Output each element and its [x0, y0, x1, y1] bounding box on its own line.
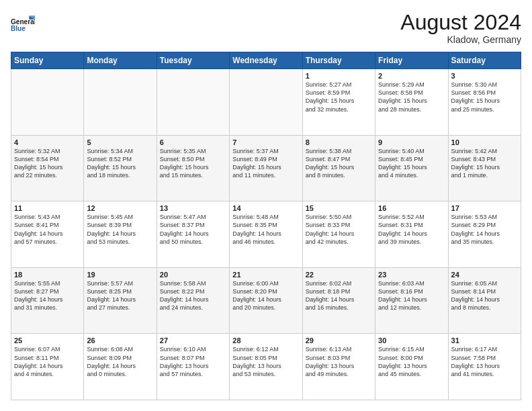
day-number: 27: [160, 336, 226, 345]
day-number: 29: [306, 336, 372, 345]
day-info: Sunrise: 6:17 AM Sunset: 7:58 PM Dayligh…: [451, 345, 518, 378]
calendar-cell-r3-c3: 21Sunrise: 6:00 AM Sunset: 8:20 PM Dayli…: [230, 267, 302, 334]
calendar-row-1: 4Sunrise: 5:32 AM Sunset: 8:54 PM Daylig…: [11, 135, 521, 201]
calendar-cell-r4-c3: 28Sunrise: 6:12 AM Sunset: 8:05 PM Dayli…: [230, 334, 302, 400]
calendar-cell-r0-c6: 3Sunrise: 5:30 AM Sunset: 8:56 PM Daylig…: [448, 69, 521, 136]
calendar-row-0: 1Sunrise: 5:27 AM Sunset: 8:59 PM Daylig…: [11, 69, 521, 136]
calendar-cell-r1-c5: 9Sunrise: 5:40 AM Sunset: 8:45 PM Daylig…: [375, 135, 448, 201]
header-wednesday: Wednesday: [230, 52, 302, 69]
calendar-row-4: 25Sunrise: 6:07 AM Sunset: 8:11 PM Dayli…: [11, 334, 521, 400]
day-number: 31: [451, 336, 518, 345]
calendar-cell-r4-c4: 29Sunrise: 6:13 AM Sunset: 8:03 PM Dayli…: [302, 334, 375, 400]
day-info: Sunrise: 5:53 AM Sunset: 8:29 PM Dayligh…: [451, 213, 518, 246]
day-number: 22: [306, 271, 372, 279]
day-number: 8: [306, 138, 372, 146]
day-info: Sunrise: 5:37 AM Sunset: 8:49 PM Dayligh…: [232, 147, 299, 180]
calendar-cell-r2-c2: 13Sunrise: 5:47 AM Sunset: 8:37 PM Dayli…: [157, 201, 229, 268]
day-number: 16: [378, 204, 445, 212]
calendar-row-3: 18Sunrise: 5:55 AM Sunset: 8:27 PM Dayli…: [11, 267, 521, 334]
header-tuesday: Tuesday: [157, 52, 229, 69]
day-info: Sunrise: 5:45 AM Sunset: 8:39 PM Dayligh…: [87, 213, 153, 246]
day-number: 1: [306, 72, 372, 80]
calendar-cell-r2-c4: 15Sunrise: 5:50 AM Sunset: 8:33 PM Dayli…: [302, 201, 375, 268]
logo: General Blue: [11, 11, 35, 35]
day-number: 18: [14, 271, 81, 279]
day-info: Sunrise: 5:43 AM Sunset: 8:41 PM Dayligh…: [14, 213, 81, 246]
calendar-cell-r3-c5: 23Sunrise: 6:03 AM Sunset: 8:16 PM Dayli…: [375, 267, 448, 334]
calendar-cell-r4-c0: 25Sunrise: 6:07 AM Sunset: 8:11 PM Dayli…: [11, 334, 84, 400]
calendar-cell-r1-c2: 6Sunrise: 5:35 AM Sunset: 8:50 PM Daylig…: [157, 135, 229, 201]
header-friday: Friday: [375, 52, 448, 69]
calendar: Sunday Monday Tuesday Wednesday Thursday…: [11, 52, 521, 400]
day-info: Sunrise: 5:27 AM Sunset: 8:59 PM Dayligh…: [306, 81, 372, 113]
location: Kladow, Germany: [400, 34, 521, 45]
day-number: 5: [87, 138, 153, 146]
logo-icon: General Blue: [11, 11, 35, 35]
day-number: 25: [14, 336, 81, 345]
calendar-cell-r4-c6: 31Sunrise: 6:17 AM Sunset: 7:58 PM Dayli…: [448, 334, 521, 400]
day-number: 20: [160, 271, 226, 279]
day-info: Sunrise: 6:05 AM Sunset: 8:14 PM Dayligh…: [451, 279, 518, 312]
calendar-cell-r2-c1: 12Sunrise: 5:45 AM Sunset: 8:39 PM Dayli…: [84, 201, 157, 268]
calendar-cell-r0-c1: [84, 69, 157, 136]
day-info: Sunrise: 5:40 AM Sunset: 8:45 PM Dayligh…: [378, 147, 445, 180]
title-block: August 2024 Kladow, Germany: [400, 11, 521, 45]
day-info: Sunrise: 6:08 AM Sunset: 8:09 PM Dayligh…: [87, 345, 153, 378]
day-number: 13: [160, 204, 226, 212]
day-info: Sunrise: 6:07 AM Sunset: 8:11 PM Dayligh…: [14, 345, 81, 378]
calendar-cell-r3-c4: 22Sunrise: 6:02 AM Sunset: 8:18 PM Dayli…: [302, 267, 375, 334]
calendar-cell-r3-c1: 19Sunrise: 5:57 AM Sunset: 8:25 PM Dayli…: [84, 267, 157, 334]
day-number: 17: [451, 204, 518, 212]
day-info: Sunrise: 5:42 AM Sunset: 8:43 PM Dayligh…: [451, 147, 518, 180]
day-info: Sunrise: 6:00 AM Sunset: 8:20 PM Dayligh…: [232, 279, 299, 312]
day-info: Sunrise: 5:50 AM Sunset: 8:33 PM Dayligh…: [306, 213, 372, 246]
calendar-cell-r0-c4: 1Sunrise: 5:27 AM Sunset: 8:59 PM Daylig…: [302, 69, 375, 136]
calendar-cell-r4-c1: 26Sunrise: 6:08 AM Sunset: 8:09 PM Dayli…: [84, 334, 157, 400]
day-info: Sunrise: 6:02 AM Sunset: 8:18 PM Dayligh…: [306, 279, 372, 312]
calendar-cell-r0-c0: [11, 69, 84, 136]
day-info: Sunrise: 6:12 AM Sunset: 8:05 PM Dayligh…: [232, 345, 299, 378]
day-number: 21: [232, 271, 299, 279]
calendar-cell-r4-c5: 30Sunrise: 6:15 AM Sunset: 8:00 PM Dayli…: [375, 334, 448, 400]
day-info: Sunrise: 6:10 AM Sunset: 8:07 PM Dayligh…: [160, 345, 226, 378]
day-number: 9: [378, 138, 445, 146]
day-info: Sunrise: 6:13 AM Sunset: 8:03 PM Dayligh…: [306, 345, 372, 378]
day-number: 28: [232, 336, 299, 345]
day-number: 4: [14, 138, 81, 146]
day-info: Sunrise: 5:32 AM Sunset: 8:54 PM Dayligh…: [14, 147, 81, 180]
calendar-cell-r3-c0: 18Sunrise: 5:55 AM Sunset: 8:27 PM Dayli…: [11, 267, 84, 334]
calendar-cell-r2-c0: 11Sunrise: 5:43 AM Sunset: 8:41 PM Dayli…: [11, 201, 84, 268]
page: General Blue August 2024 Kladow, Germany…: [0, 0, 532, 411]
day-info: Sunrise: 5:52 AM Sunset: 8:31 PM Dayligh…: [378, 213, 445, 246]
day-number: 19: [87, 271, 153, 279]
day-info: Sunrise: 5:57 AM Sunset: 8:25 PM Dayligh…: [87, 279, 153, 312]
day-number: 14: [232, 204, 299, 212]
day-number: 3: [451, 72, 518, 80]
header-thursday: Thursday: [302, 52, 375, 69]
day-info: Sunrise: 5:34 AM Sunset: 8:52 PM Dayligh…: [87, 147, 153, 180]
day-number: 12: [87, 204, 153, 212]
calendar-cell-r1-c6: 10Sunrise: 5:42 AM Sunset: 8:43 PM Dayli…: [448, 135, 521, 201]
day-number: 23: [378, 271, 445, 279]
day-number: 26: [87, 336, 153, 345]
day-number: 15: [306, 204, 372, 212]
day-info: Sunrise: 6:15 AM Sunset: 8:00 PM Dayligh…: [378, 345, 445, 378]
month-title: August 2024: [400, 11, 521, 34]
calendar-cell-r3-c2: 20Sunrise: 5:58 AM Sunset: 8:22 PM Dayli…: [157, 267, 229, 334]
calendar-cell-r3-c6: 24Sunrise: 6:05 AM Sunset: 8:14 PM Dayli…: [448, 267, 521, 334]
calendar-cell-r1-c4: 8Sunrise: 5:38 AM Sunset: 8:47 PM Daylig…: [302, 135, 375, 201]
day-info: Sunrise: 5:48 AM Sunset: 8:35 PM Dayligh…: [232, 213, 299, 246]
header-monday: Monday: [84, 52, 157, 69]
day-info: Sunrise: 5:30 AM Sunset: 8:56 PM Dayligh…: [451, 81, 518, 113]
day-info: Sunrise: 5:55 AM Sunset: 8:27 PM Dayligh…: [14, 279, 81, 312]
day-info: Sunrise: 6:03 AM Sunset: 8:16 PM Dayligh…: [378, 279, 445, 312]
calendar-row-2: 11Sunrise: 5:43 AM Sunset: 8:41 PM Dayli…: [11, 201, 521, 268]
calendar-cell-r1-c3: 7Sunrise: 5:37 AM Sunset: 8:49 PM Daylig…: [230, 135, 302, 201]
calendar-cell-r4-c2: 27Sunrise: 6:10 AM Sunset: 8:07 PM Dayli…: [157, 334, 229, 400]
calendar-header-row: Sunday Monday Tuesday Wednesday Thursday…: [11, 52, 521, 69]
svg-text:Blue: Blue: [11, 25, 26, 32]
day-number: 7: [232, 138, 299, 146]
header: General Blue August 2024 Kladow, Germany: [11, 11, 521, 45]
day-number: 10: [451, 138, 518, 146]
calendar-cell-r2-c5: 16Sunrise: 5:52 AM Sunset: 8:31 PM Dayli…: [375, 201, 448, 268]
